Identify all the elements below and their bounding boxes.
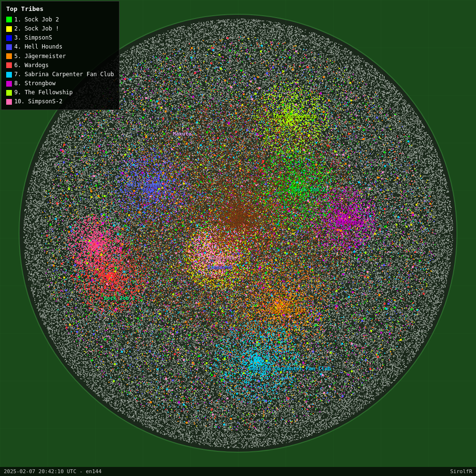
legend-item: 3. SimpsonS [6,33,114,42]
legend-color-swatch [6,81,12,87]
legend-item: 9. The Fellowship [6,88,114,97]
legend-color-swatch [6,53,12,59]
credit: SirolfR [450,468,472,475]
legend-color-swatch [6,26,12,32]
bottom-bar: 2025-02-07 20:42:10 UTC - en144 SirolfR [0,467,476,476]
legend-item-label: 4. Hell Hounds [14,42,62,51]
legend-item-label: 5. Jägermeister [14,52,66,61]
legend: Top Tribes 1. Sock Job 2 2. Sock Job ! 3… [1,1,119,110]
legend-items: 1. Sock Job 2 2. Sock Job ! 3. SimpsonS … [6,15,114,107]
legend-color-swatch [6,72,12,78]
legend-color-swatch [6,62,12,68]
legend-item-label: 9. The Fellowship [14,88,73,97]
legend-item-label: 2. Sock Job ! [14,24,59,33]
legend-item: 6. Wardogs [6,61,114,70]
legend-color-swatch [6,17,12,22]
legend-item: 10. SimpsonS-2 [6,97,114,106]
legend-color-swatch [6,90,12,96]
legend-title: Top Tribes [6,4,114,14]
legend-item-label: 8. Strongbow [14,79,56,88]
map-container: Top Tribes 1. Sock Job 2 2. Sock Job ! 3… [0,0,476,476]
legend-item-label: 1. Sock Job 2 [14,15,59,24]
legend-item: 2. Sock Job ! [6,24,114,33]
timestamp: 2025-02-07 20:42:10 UTC - en144 [4,468,101,475]
legend-item-label: 10. SimpsonS-2 [14,97,62,106]
legend-item-label: 3. SimpsonS [14,33,52,42]
legend-item-label: 6. Wardogs [14,61,49,70]
legend-item: 8. Strongbow [6,79,114,88]
legend-color-swatch [6,99,12,105]
legend-item: 7. Sabrina Carpenter Fan Club [6,70,114,79]
legend-item-label: 7. Sabrina Carpenter Fan Club [14,70,114,79]
legend-color-swatch [6,44,12,50]
legend-color-swatch [6,35,12,41]
legend-item: 4. Hell Hounds [6,42,114,51]
legend-item: 1. Sock Job 2 [6,15,114,24]
legend-item: 5. Jägermeister [6,52,114,61]
